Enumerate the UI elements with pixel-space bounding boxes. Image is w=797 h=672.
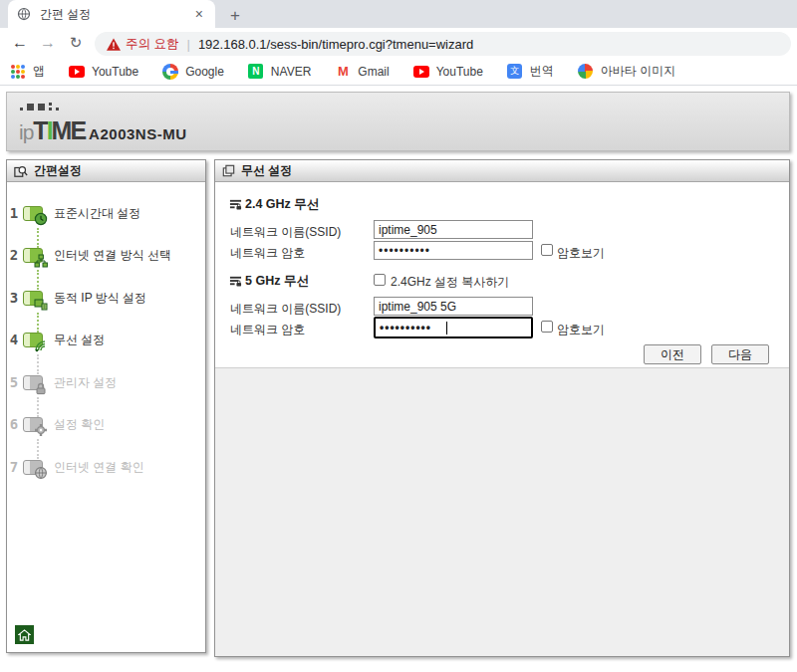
forward-icon[interactable]: → <box>36 31 60 55</box>
show-password-24-checkbox[interactable] <box>541 244 553 256</box>
tab-close-icon[interactable]: × <box>191 6 207 22</box>
globe-icon <box>34 466 48 480</box>
window-copy-icon <box>222 164 235 177</box>
step-indicator <box>23 291 43 306</box>
router-model: A2003NS-MU <box>89 125 186 142</box>
ssid-5-input[interactable] <box>374 297 533 316</box>
brand-header: ipTIME A2003NS-MU <box>6 92 790 151</box>
bookmark-label: YouTube <box>92 65 138 79</box>
panel-footer-area <box>215 367 789 656</box>
copy-24ghz-checkbox[interactable] <box>374 274 386 286</box>
sidebar-step-admin[interactable]: 5 관리자 설정 <box>7 373 117 391</box>
bookmark-label: YouTube <box>436 65 483 79</box>
ssid-24-input[interactable] <box>374 220 533 239</box>
sidebar-step-internet-type[interactable]: 2 인터넷 연결 방식 선택 <box>7 246 171 264</box>
step-indicator <box>23 206 43 221</box>
bookmark-label: 앱 <box>33 63 45 80</box>
step-indicator <box>23 248 43 263</box>
next-button[interactable]: 다음 <box>711 344 769 364</box>
band-5ghz-title: 5 GHz 무선 <box>229 273 309 290</box>
youtube-icon <box>413 64 429 80</box>
password-5-input[interactable] <box>374 317 533 338</box>
step-indicator <box>23 333 43 347</box>
password-24-label: 네트워크 암호 <box>230 245 305 262</box>
bookmark-youtube-2[interactable]: YouTube <box>413 64 483 80</box>
tab-title: 간편 설정 <box>40 6 191 23</box>
show-password-5-checkbox[interactable] <box>541 321 553 333</box>
wifi-secured-icon <box>229 198 242 211</box>
password-24-input[interactable] <box>374 241 533 260</box>
translate-icon: 文 <box>507 64 523 80</box>
sidebar-step-confirm-settings[interactable]: 6 설정 확인 <box>7 415 105 433</box>
photos-icon <box>578 64 594 80</box>
wireless-settings-panel: 무선 설정 2.4 GHz 무선 네트워크 이름(SSID) 네트워크 암호 암… <box>214 159 790 657</box>
panel-title: 무선 설정 <box>241 162 292 179</box>
home-button[interactable] <box>15 625 34 644</box>
browser-tab[interactable]: 간편 설정 × <box>8 0 215 28</box>
sidebar-header: 간편설정 <box>7 160 205 182</box>
password-5-label: 네트워크 암호 <box>230 322 305 338</box>
sidebar-step-dynamic-ip[interactable]: 3 동적 IP 방식 설정 <box>7 289 146 307</box>
sidebar-step-timezone[interactable]: 1 표준시간대 설정 <box>7 204 140 222</box>
panel-header: 무선 설정 <box>215 160 789 182</box>
naver-icon: N <box>248 64 264 80</box>
step-indicator <box>23 375 43 390</box>
lock-icon <box>34 381 48 395</box>
bookmark-label: 번역 <box>530 63 554 80</box>
bookmark-gmail[interactable]: M Gmail <box>335 64 389 80</box>
gear-icon <box>34 423 48 437</box>
back-icon[interactable]: ← <box>8 31 32 55</box>
clock-icon <box>34 212 48 226</box>
apps-grid-icon <box>10 64 26 80</box>
wifi-secured-icon <box>229 275 242 288</box>
tab-strip: 간편 설정 × + <box>0 0 797 28</box>
ssid-24-label: 네트워크 이름(SSID) <box>230 224 341 241</box>
step-indicator <box>23 417 43 432</box>
brand-dot-pattern <box>20 102 59 111</box>
gmail-icon: M <box>335 64 351 80</box>
sidebar-step-wireless[interactable]: 4 무선 설정 <box>7 331 105 348</box>
new-tab-button[interactable]: + <box>223 4 247 28</box>
bookmark-label: NAVER <box>271 65 311 79</box>
previous-button[interactable]: 이전 <box>644 344 701 364</box>
text-cursor <box>446 322 447 335</box>
security-warning-text[interactable]: 주의 요함 <box>126 36 178 53</box>
search-box-icon <box>14 164 28 178</box>
bookmarks-bar: 앱 YouTube Google N NAVER M Gmail YouTube… <box>0 58 797 86</box>
iptime-logo: ipTIME A2003NS-MU <box>19 116 186 145</box>
address-separator: | <box>186 37 189 52</box>
google-icon <box>162 64 178 80</box>
bookmark-avatar-images[interactable]: 아바타 이미지 <box>578 63 675 80</box>
sidebar-title: 간편설정 <box>34 162 82 179</box>
band-24ghz-title: 2.4 GHz 무선 <box>229 196 319 213</box>
bookmark-google[interactable]: Google <box>162 64 224 80</box>
globe-favicon-icon <box>16 6 32 22</box>
show-password-24-label: 암호보기 <box>557 245 605 262</box>
network-icon <box>34 254 48 268</box>
bookmark-youtube[interactable]: YouTube <box>69 64 138 80</box>
bookmark-label: Google <box>185 65 224 79</box>
wifi-icon <box>34 338 48 352</box>
ssid-5-label: 네트워크 이름(SSID) <box>230 301 341 318</box>
step-indicator <box>23 460 43 475</box>
warning-icon <box>107 38 121 51</box>
url-text[interactable]: 192.168.0.1/sess-bin/timepro.cgi?tmenu=w… <box>198 37 473 52</box>
bookmark-label: Gmail <box>358 65 389 79</box>
reload-icon[interactable]: ↻ <box>64 31 88 55</box>
home-icon <box>18 629 31 641</box>
sidebar-step-internet-check[interactable]: 7 인터넷 연결 확인 <box>7 458 144 476</box>
bookmark-apps[interactable]: 앱 <box>10 63 45 80</box>
bookmark-label: 아바타 이미지 <box>601 63 675 80</box>
bookmark-translate[interactable]: 文 번역 <box>507 63 554 80</box>
bookmark-naver[interactable]: N NAVER <box>248 64 311 80</box>
browser-window: 간편 설정 × + ← → ↻ 주의 요함 | 192.168.0.1/sess… <box>0 0 797 672</box>
address-bar[interactable]: 주의 요함 | 192.168.0.1/sess-bin/timepro.cgi… <box>95 32 791 56</box>
copy-24ghz-label: 2.4GHz 설정 복사하기 <box>391 274 509 291</box>
wizard-sidebar: 간편설정 1 표준시간대 설정 2 인터넷 연결 방식 선택 3 동적 IP 방… <box>6 159 206 653</box>
show-password-5-label: 암호보기 <box>557 322 605 338</box>
dynamic-ip-icon <box>34 297 48 311</box>
youtube-icon <box>69 64 85 80</box>
